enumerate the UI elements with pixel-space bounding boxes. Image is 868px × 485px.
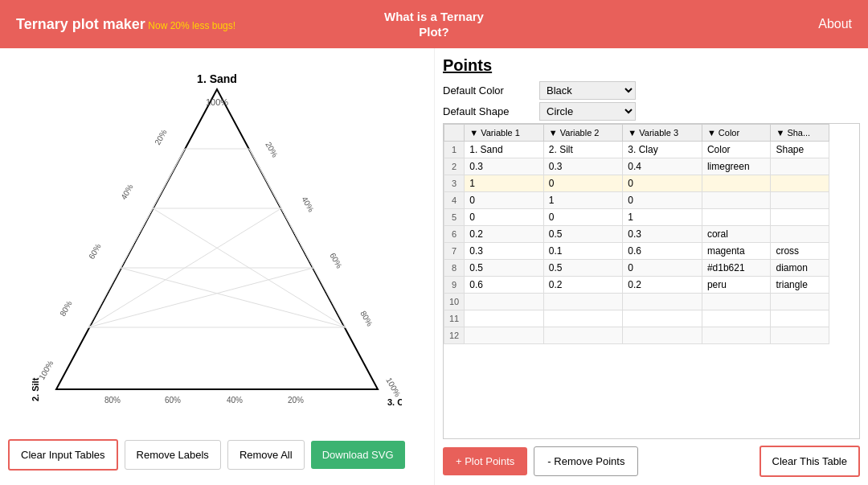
app-subtitle: Now 20% less bugs! [148,20,235,31]
table-cell[interactable] [771,294,829,310]
table-cell[interactable]: peru [702,277,771,294]
row-number[interactable]: 2 [444,158,465,175]
table-cell[interactable] [771,192,829,209]
row-number[interactable]: 4 [444,192,465,209]
table-cell[interactable]: 0.3 [465,243,544,260]
main-layout: 1. Sand 100% 20% 40% 60% 80% 100% 20% 40… [0,48,868,485]
row-number[interactable]: 8 [444,260,465,277]
clear-this-table-button[interactable]: Clear This Table [760,446,860,477]
table-cell[interactable]: 0.4 [623,158,702,175]
table-cell[interactable] [771,327,829,344]
shape-select[interactable]: Circle Cross Diamond Triangle [539,102,636,121]
top-vertex-label: 1. Sand [197,72,237,85]
table-cell[interactable]: 0.6 [465,277,544,294]
color-select[interactable]: Black Red Blue Green [539,81,636,100]
what-is-line2: Plot? [295,24,574,40]
col-header-v2: ▼ Variable 2 [543,125,623,142]
table-cell[interactable] [543,327,623,344]
table-cell[interactable] [543,310,623,327]
table-cell[interactable]: 1. Sand [465,142,544,158]
table-cell[interactable]: 0 [623,175,702,192]
table-cell[interactable] [702,327,771,344]
table-cell[interactable] [623,294,702,310]
table-cell[interactable] [771,226,829,243]
remove-points-button[interactable]: - Remove Points [534,446,638,476]
table-cell[interactable] [771,158,829,175]
table-cell[interactable] [465,294,544,310]
table-cell[interactable]: 0.5 [543,260,623,277]
table-cell[interactable]: 0.3 [623,226,702,243]
clear-input-tables-button[interactable]: Clear Input Tables [8,439,118,471]
table-row: 5001 [444,209,829,226]
table-cell[interactable] [702,175,771,192]
table-cell[interactable]: magenta [702,243,771,260]
table-cell[interactable]: 2. Silt [543,142,623,158]
row-number[interactable]: 3 [444,175,465,192]
table-cell[interactable] [771,209,829,226]
bottom-buttons-left: Clear Input Tables Remove Labels Remove … [8,433,426,477]
table-cell[interactable] [702,192,771,209]
table-cell[interactable]: 0 [623,192,702,209]
table-cell[interactable]: 0 [543,209,623,226]
table-cell[interactable] [702,310,771,327]
header-center-link[interactable]: What is a Ternary Plot? [295,9,574,40]
table-cell[interactable]: Shape [771,142,829,158]
table-cell[interactable]: diamon [771,260,829,277]
remove-all-button[interactable]: Remove All [227,440,305,470]
left-panel: 1. Sand 100% 20% 40% 60% 80% 100% 20% 40… [0,48,434,485]
table-cell[interactable]: 0 [623,260,702,277]
row-number[interactable]: 1 [444,142,465,158]
table-cell[interactable]: 1 [465,175,544,192]
about-link[interactable]: About [573,17,852,31]
table-cell[interactable]: 0.3 [543,158,623,175]
table-cell[interactable]: 0 [465,192,544,209]
table-row: 80.50.50#d1b621diamon [444,260,829,277]
row-number[interactable]: 5 [444,209,465,226]
row-number[interactable]: 11 [444,310,465,327]
table-cell[interactable] [465,310,544,327]
table-cell[interactable]: 0.1 [543,243,623,260]
right-panel: Points Default Color Black Red Blue Gree… [434,48,868,485]
table-cell[interactable]: 3. Clay [623,142,702,158]
table-cell[interactable]: 0 [465,209,544,226]
remove-labels-button[interactable]: Remove Labels [125,440,221,470]
ternary-plot: 1. Sand 100% 20% 40% 60% 80% 100% 20% 40… [32,68,402,421]
table-row: 4010 [444,192,829,209]
table-cell[interactable]: cross [771,243,829,260]
table-cell[interactable]: limegreen [702,158,771,175]
svg-line-12 [121,208,153,268]
table-cell[interactable]: triangle [771,277,829,294]
table-row: 20.30.30.4limegreen [444,158,829,175]
table-cell[interactable]: 0.3 [465,158,544,175]
plot-points-button[interactable]: + Plot Points [443,447,527,475]
table-cell[interactable] [543,294,623,310]
table-cell[interactable] [623,327,702,344]
table-cell[interactable]: 0.2 [543,277,623,294]
download-svg-button[interactable]: Download SVG [311,441,405,469]
row-number[interactable]: 6 [444,226,465,243]
row-number[interactable]: 9 [444,277,465,294]
header: Ternary plot maker Now 20% less bugs! Wh… [0,0,868,48]
table-cell[interactable] [623,310,702,327]
row-number[interactable]: 12 [444,327,465,344]
table-cell[interactable]: 0.6 [623,243,702,260]
row-number[interactable]: 10 [444,294,465,310]
table-cell[interactable]: 0.5 [465,260,544,277]
table-cell[interactable]: 1 [543,192,623,209]
table-cell[interactable]: #d1b621 [702,260,771,277]
table-cell[interactable]: 0.2 [623,277,702,294]
table-cell[interactable] [771,310,829,327]
table-cell[interactable]: 0 [543,175,623,192]
table-cell[interactable] [702,294,771,310]
what-is-line1: What is a Ternary [295,9,574,25]
table-cell[interactable]: coral [702,226,771,243]
table-cell[interactable] [465,327,544,344]
table-cell[interactable] [771,175,829,192]
table-cell[interactable]: Color [702,142,771,158]
table-cell[interactable] [702,209,771,226]
table-row: 60.20.50.3coral [444,226,829,243]
table-cell[interactable]: 0.5 [543,226,623,243]
row-number[interactable]: 7 [444,243,465,260]
table-cell[interactable]: 0.2 [465,226,544,243]
table-cell[interactable]: 1 [623,209,702,226]
